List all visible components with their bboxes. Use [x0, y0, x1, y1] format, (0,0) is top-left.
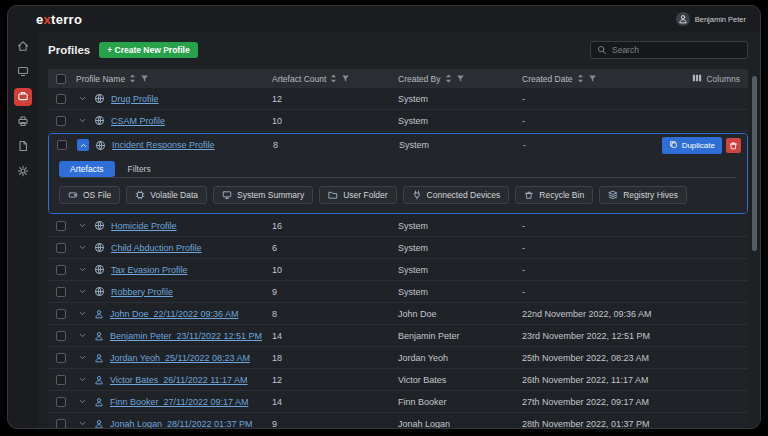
- sidebar-item-printer[interactable]: [14, 113, 32, 131]
- sort-icon[interactable]: [129, 73, 136, 84]
- page-title: Profiles: [48, 44, 90, 56]
- profile-name-link[interactable]: Finn Booker_27/11/2022 09:17 AM: [110, 397, 248, 407]
- table-row[interactable]: John Doe_22/11/2022 09:36 AM 8 John Doe …: [48, 303, 748, 325]
- tab-artefacts[interactable]: Artefacts: [59, 161, 115, 177]
- sort-icon[interactable]: [330, 73, 337, 84]
- search-input[interactable]: [612, 45, 741, 55]
- chevron-down-icon[interactable]: [76, 242, 88, 254]
- table-row[interactable]: Finn Booker_27/11/2022 09:17 AM 14 Finn …: [48, 391, 748, 413]
- row-checkbox[interactable]: [56, 353, 66, 363]
- sidebar-item-home[interactable]: [14, 38, 32, 56]
- artefact-chip-label: Recycle Bin: [539, 190, 584, 200]
- chevron-down-icon[interactable]: [76, 308, 88, 320]
- chevron-down-icon[interactable]: [76, 418, 88, 430]
- chevron-down-icon[interactable]: [76, 264, 88, 276]
- row-checkbox[interactable]: [56, 94, 66, 104]
- created-date: -: [520, 94, 670, 104]
- chevron-down-icon[interactable]: [76, 115, 88, 127]
- gear-icon: [17, 163, 29, 181]
- sort-icon[interactable]: [577, 73, 584, 84]
- filter-icon[interactable]: [341, 74, 350, 83]
- profile-name-link[interactable]: CSAM Profile: [111, 116, 165, 126]
- table-row[interactable]: Robbery Profile 9 System - Duplicate: [48, 281, 748, 303]
- row-checkbox[interactable]: [57, 140, 67, 150]
- table-row[interactable]: Victor Bates_26/11/2022 11:17 AM 12 Vict…: [48, 369, 748, 391]
- sidebar: [8, 32, 38, 428]
- row-checkbox[interactable]: [56, 419, 66, 429]
- chevron-down-icon[interactable]: [76, 352, 88, 364]
- profile-name-link[interactable]: Robbery Profile: [111, 287, 173, 297]
- filter-icon[interactable]: [588, 74, 597, 83]
- chevron-down-icon[interactable]: [76, 93, 88, 105]
- chevron-down-icon[interactable]: [76, 286, 88, 298]
- connected-devices-icon: [412, 190, 422, 200]
- table-row[interactable]: Drug Profile 12 System - Duplicate: [48, 88, 748, 110]
- profile-name-link[interactable]: Incident Response Profile: [112, 140, 215, 150]
- trash-icon: [729, 138, 738, 153]
- topbar: exterro Benjamin Peter: [8, 6, 760, 32]
- profile-name-link[interactable]: Jonah Logan_28/11/2022 01:37 PM: [110, 419, 252, 429]
- columns-button[interactable]: Columns: [692, 73, 748, 85]
- search-box[interactable]: [590, 41, 748, 59]
- table-row[interactable]: CSAM Profile 10 System - Duplicate: [48, 110, 748, 132]
- row-checkbox[interactable]: [56, 375, 66, 385]
- profile-name-link[interactable]: Drug Profile: [111, 94, 159, 104]
- chevron-down-icon[interactable]: [76, 220, 88, 232]
- chevron-down-icon[interactable]: [76, 330, 88, 342]
- artefact-chip[interactable]: Connected Devices: [403, 186, 510, 204]
- created-date: 22nd November 2022, 09:36 AM: [520, 309, 670, 319]
- row-checkbox[interactable]: [56, 221, 66, 231]
- app-window: exterro Benjamin Peter Profiles + Create…: [7, 5, 761, 429]
- duplicate-button[interactable]: Duplicate: [662, 137, 722, 154]
- profile-name-link[interactable]: Benjamin Peter_23/11/2022 12:51 PM: [110, 331, 262, 341]
- chevron-down-icon[interactable]: [76, 396, 88, 408]
- profile-name-link[interactable]: Victor Bates_26/11/2022 11:17 AM: [110, 375, 248, 385]
- sort-icon[interactable]: [445, 73, 452, 84]
- artefact-chip[interactable]: Registry Hives: [599, 186, 687, 204]
- profile-name-link[interactable]: John Doe_22/11/2022 09:36 AM: [110, 309, 238, 319]
- select-all-checkbox[interactable]: [56, 74, 66, 84]
- table-row[interactable]: Jordan Yeoh_25/11/2022 08:23 AM 18 Jorda…: [48, 347, 748, 369]
- created-by: Jonah Logan: [396, 419, 520, 429]
- profile-name-link[interactable]: Homicide Profile: [111, 221, 177, 231]
- artefact-chip-label: User Folder: [343, 190, 387, 200]
- created-by: Victor Bates: [396, 375, 520, 385]
- delete-button[interactable]: [726, 138, 741, 153]
- artefact-chip[interactable]: Recycle Bin: [515, 186, 593, 204]
- table-row[interactable]: Jonah Logan_28/11/2022 01:37 PM 9 Jonah …: [48, 413, 748, 429]
- table-header: Profile Name Artefact Count Created By C…: [48, 69, 748, 88]
- row-checkbox[interactable]: [56, 331, 66, 341]
- row-checkbox[interactable]: [56, 397, 66, 407]
- sidebar-item-monitor[interactable]: [14, 63, 32, 81]
- profile-name-link[interactable]: Jordan Yeoh_25/11/2022 08:23 AM: [110, 353, 250, 363]
- profile-name-link[interactable]: Child Abduction Profile: [111, 243, 202, 253]
- artefact-chips: OS File Volatile Data System Summary Use…: [59, 186, 737, 204]
- profile-name-link[interactable]: Tax Evasion Profile: [111, 265, 188, 275]
- artefact-chip[interactable]: OS File: [59, 186, 120, 204]
- scrollbar[interactable]: [752, 76, 757, 251]
- table-row[interactable]: Homicide Profile 16 System - Duplicate: [48, 215, 748, 237]
- chevron-down-icon[interactable]: [76, 374, 88, 386]
- user-menu[interactable]: Benjamin Peter: [676, 12, 746, 26]
- artefact-chip[interactable]: System Summary: [213, 186, 313, 204]
- filter-icon[interactable]: [456, 74, 465, 83]
- sidebar-item-gear[interactable]: [14, 163, 32, 181]
- table-row[interactable]: Benjamin Peter_23/11/2022 12:51 PM 14 Be…: [48, 325, 748, 347]
- row-checkbox[interactable]: [56, 243, 66, 253]
- artefact-chip[interactable]: Volatile Data: [126, 186, 207, 204]
- chevron-up-icon[interactable]: [77, 139, 89, 151]
- create-new-profile-button[interactable]: + Create New Profile: [99, 42, 197, 58]
- filter-icon[interactable]: [140, 74, 149, 83]
- sidebar-item-briefcase[interactable]: [14, 88, 32, 106]
- row-checkbox[interactable]: [56, 116, 66, 126]
- home-icon: [17, 38, 29, 56]
- tab-filters[interactable]: Filters: [117, 161, 162, 177]
- table-row[interactable]: Incident Response Profile 8 System - Dup…: [49, 134, 747, 156]
- row-checkbox[interactable]: [56, 265, 66, 275]
- sidebar-item-document[interactable]: [14, 138, 32, 156]
- row-checkbox[interactable]: [56, 309, 66, 319]
- table-row[interactable]: Tax Evasion Profile 10 System - Duplicat…: [48, 259, 748, 281]
- artefact-chip[interactable]: User Folder: [319, 186, 396, 204]
- row-checkbox[interactable]: [56, 287, 66, 297]
- table-row[interactable]: Child Abduction Profile 6 System - Dupli…: [48, 237, 748, 259]
